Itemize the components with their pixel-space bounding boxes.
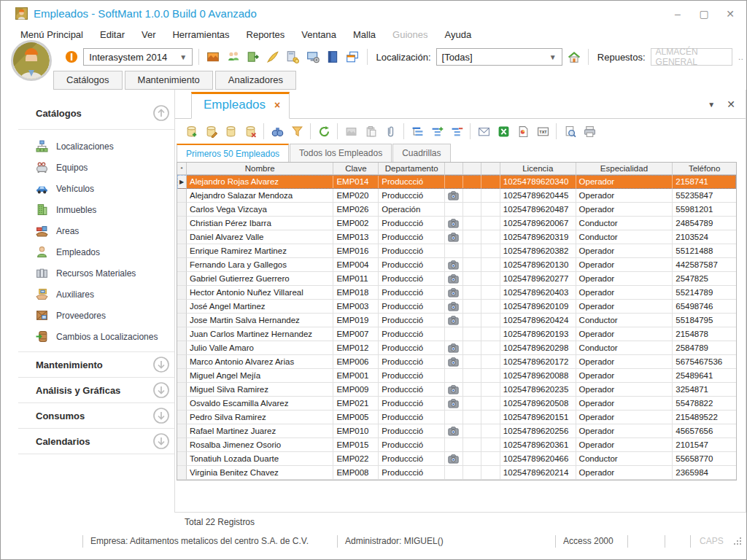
cell-empty[interactable] — [463, 383, 481, 397]
row-selector[interactable] — [177, 286, 187, 300]
cell-telefono[interactable]: 2547825 — [673, 272, 736, 286]
table-row[interactable]: Julio Valle AmaroEMP012Produccció1025478… — [177, 341, 736, 355]
cell-licencia[interactable]: 10254789620151 — [500, 411, 576, 424]
cell-nombre[interactable]: Miguel Silva Ramirez — [187, 383, 333, 397]
menu-ayuda[interactable]: Ayuda — [444, 29, 471, 40]
cell-clave[interactable]: EMP004 — [333, 258, 379, 272]
table-row[interactable]: Miguel Silva RamirezEMP009Produccció1025… — [177, 383, 736, 397]
table-row[interactable]: Christian Pérez IbarraEMP002Produccció10… — [177, 217, 736, 230]
cell-nombre[interactable]: Rafael Martinez Juarez — [187, 424, 333, 438]
cell-telefono[interactable]: 55658770 — [673, 452, 736, 466]
row-selector[interactable] — [177, 355, 187, 369]
cell-clave[interactable]: EMP008 — [333, 466, 379, 480]
menu-ventana[interactable]: Ventana — [301, 29, 336, 40]
table-row[interactable]: Fernando Lara y GallegosEMP004Produccció… — [177, 258, 736, 272]
cell-especialidad[interactable]: Conductor — [576, 341, 673, 355]
cell-licencia[interactable]: 10254789620445 — [500, 189, 576, 203]
repuestos-more-button[interactable]: ‥ — [736, 52, 746, 62]
cell-clave[interactable]: EMP019 — [333, 314, 379, 327]
cell-foto[interactable] — [445, 258, 463, 272]
expand-down-icon[interactable] — [152, 356, 170, 373]
cell-departamento[interactable]: Operación — [379, 203, 445, 217]
search-button[interactable] — [268, 122, 286, 140]
cell-empty[interactable] — [463, 424, 481, 438]
cell-especialidad[interactable]: Operador — [576, 438, 673, 452]
attachment-button[interactable] — [382, 122, 399, 140]
menu-reportes[interactable]: Reportes — [247, 29, 285, 40]
table-row[interactable]: Gabriel Gutierrez GuerreroEMP011Produccc… — [177, 272, 736, 286]
cell-licencia[interactable]: 10254789620172 — [500, 355, 576, 369]
cell-departamento[interactable]: Produccció — [379, 355, 445, 369]
cell-telefono[interactable]: 215489522 — [673, 411, 736, 424]
cell-empty[interactable] — [481, 383, 500, 397]
header-licencia[interactable]: Licencia — [500, 163, 576, 175]
cell-foto[interactable] — [445, 175, 463, 189]
cell-foto[interactable] — [445, 424, 463, 438]
cell-telefono[interactable]: 55214789 — [673, 286, 736, 300]
header-empty[interactable] — [481, 163, 500, 175]
cell-empty[interactable] — [481, 217, 500, 230]
cell-foto[interactable] — [445, 466, 463, 480]
archive-out-icon[interactable] — [245, 48, 261, 66]
subtab-primeros-50[interactable]: Primeros 50 Empleados — [177, 144, 289, 162]
cell-especialidad[interactable]: Conductor — [576, 217, 673, 230]
cell-empty[interactable] — [481, 189, 500, 203]
cell-clave[interactable]: EMP007 — [333, 327, 379, 341]
cell-foto[interactable] — [445, 230, 463, 244]
delete-record-button[interactable] — [241, 122, 259, 140]
panel-close-icon[interactable]: ✕ — [727, 98, 735, 110]
cell-nombre[interactable]: Gabriel Gutierrez Guerrero — [187, 272, 333, 286]
header-telefono[interactable]: Teléfono — [673, 163, 736, 175]
cell-telefono[interactable]: 2101547 — [673, 438, 736, 452]
cell-licencia[interactable]: 10254789620466 — [500, 452, 576, 466]
cell-clave[interactable]: EMP009 — [333, 383, 379, 397]
header-empty[interactable] — [463, 163, 481, 175]
table-row[interactable]: Juan Carlos Martinez HernandezEMP007Prod… — [177, 327, 736, 341]
cell-licencia[interactable]: 10254789620214 — [500, 466, 576, 480]
sidebar-item-proveedores[interactable]: Proveedores — [18, 305, 174, 326]
table-row[interactable]: Daniel Alvarez ValleEMP013Produccció1025… — [177, 230, 736, 244]
cell-licencia[interactable]: 10254789620298 — [500, 341, 576, 355]
calculator-coins-icon[interactable] — [285, 48, 301, 66]
cell-departamento[interactable]: Produccció — [379, 244, 445, 258]
table-row[interactable]: Jose Martin Salva HernandezEMP019Producc… — [177, 314, 736, 327]
table-row[interactable]: Marco Antonio Alvarez AriasEMP006Producc… — [177, 355, 736, 369]
table-row[interactable]: Pedro Silva RamirezEMP005Produccció10254… — [177, 411, 736, 424]
cell-empty[interactable] — [463, 217, 481, 230]
cell-especialidad[interactable]: Operador — [576, 327, 673, 341]
cell-empty[interactable] — [481, 327, 500, 341]
cell-empty[interactable] — [463, 258, 481, 272]
cell-clave[interactable]: EMP006 — [333, 355, 379, 369]
cell-foto[interactable] — [445, 411, 463, 424]
cell-telefono[interactable]: 55184795 — [673, 314, 736, 327]
cell-telefono[interactable]: 45657656 — [673, 424, 736, 438]
cell-foto[interactable] — [445, 438, 463, 452]
cell-empty[interactable] — [481, 369, 500, 383]
cell-nombre[interactable]: Christian Pérez Ibarra — [187, 217, 333, 230]
cell-especialidad[interactable]: Operador — [576, 175, 673, 189]
sidebar-item-cambios-localizaciones[interactable]: Cambios a Localizaciones — [18, 326, 174, 347]
cell-empty[interactable] — [463, 397, 481, 411]
cell-empty[interactable] — [481, 300, 500, 314]
cell-foto[interactable] — [445, 314, 463, 327]
cell-empty[interactable] — [481, 411, 500, 424]
cell-especialidad[interactable]: Operador — [576, 258, 673, 272]
cell-empty[interactable] — [481, 452, 500, 466]
cell-departamento[interactable]: Produccció — [379, 327, 445, 341]
cell-especialidad[interactable]: Operador — [576, 466, 673, 480]
cell-telefono[interactable]: 2584789 — [673, 341, 736, 355]
minimize-button[interactable]: – — [672, 8, 684, 20]
cell-telefono[interactable]: 2154878 — [673, 327, 736, 341]
cell-foto[interactable] — [445, 300, 463, 314]
row-selector[interactable] — [177, 189, 187, 203]
row-selector[interactable] — [177, 369, 187, 383]
sidebar-item-localizaciones[interactable]: Localizaciones — [18, 136, 174, 157]
collapse-tree-button[interactable] — [448, 122, 465, 140]
resize-grip[interactable] — [733, 537, 742, 545]
excel-export-button[interactable] — [495, 122, 512, 140]
cell-clave[interactable]: EMP020 — [333, 189, 379, 203]
quill-icon[interactable] — [265, 48, 281, 66]
cell-nombre[interactable]: Marco Antonio Alvarez Arias — [187, 355, 333, 369]
database-button[interactable] — [222, 122, 239, 140]
header-clave[interactable]: Clave — [333, 163, 379, 175]
